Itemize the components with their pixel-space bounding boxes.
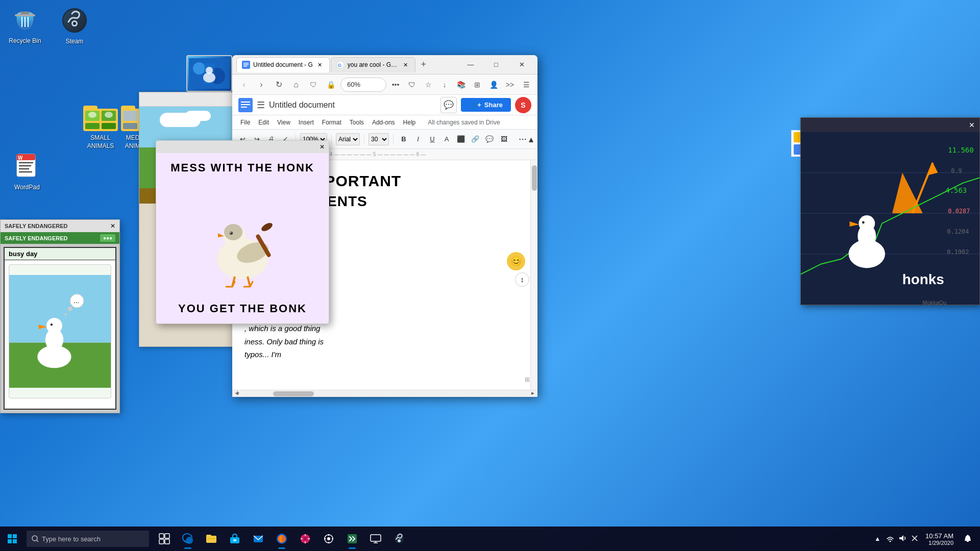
comic-title: SAFELY ENDANGERED bbox=[3, 223, 67, 229]
refresh-button[interactable]: ↻ bbox=[271, 77, 286, 92]
volume-icon[interactable] bbox=[898, 534, 907, 544]
svg-point-16 bbox=[88, 112, 96, 118]
font-family-select[interactable]: Arial bbox=[336, 133, 360, 145]
home-button[interactable]: ⌂ bbox=[288, 77, 304, 92]
recycle-bin-icon[interactable]: Recycle Bin bbox=[2, 2, 48, 47]
italic-btn[interactable]: I bbox=[412, 133, 424, 145]
honk-title: MESS WITH THE HONK bbox=[170, 161, 314, 174]
mail-button[interactable] bbox=[247, 528, 270, 550]
comic-close[interactable]: ✕ bbox=[108, 221, 117, 231]
tray-expand[interactable]: ▲ bbox=[872, 533, 883, 544]
link-btn[interactable]: 🔗 bbox=[469, 133, 481, 145]
layout-icon[interactable]: ⊞ bbox=[470, 78, 484, 92]
svg-point-86 bbox=[859, 215, 875, 232]
share-button[interactable]: 👤+ Share bbox=[461, 98, 511, 112]
bold-btn[interactable]: B bbox=[398, 133, 410, 145]
start-button[interactable] bbox=[0, 527, 24, 551]
docs-tab-close[interactable]: ✕ bbox=[316, 61, 324, 69]
minimize-button[interactable]: — bbox=[459, 57, 482, 73]
steam-label: Steam bbox=[66, 38, 84, 46]
google-tab-close[interactable]: ✕ bbox=[402, 61, 410, 69]
video-close[interactable]: ✕ bbox=[967, 120, 976, 130]
edge-icon bbox=[182, 533, 194, 545]
wordpad-label: WordPad bbox=[14, 184, 40, 192]
extensions-icon[interactable]: >> bbox=[503, 78, 517, 92]
menu-view[interactable]: View bbox=[273, 118, 295, 127]
honk-popup-titlebar: ✕ bbox=[156, 141, 329, 153]
menu-help[interactable]: Help bbox=[399, 118, 420, 127]
svg-point-66 bbox=[51, 323, 53, 325]
move-tool[interactable]: ✛ bbox=[234, 389, 240, 397]
scroll-arrow-right[interactable]: ► bbox=[528, 389, 537, 397]
clock-date: 1/29/2020 bbox=[925, 540, 953, 546]
volume-svg bbox=[898, 534, 907, 543]
menu-tools[interactable]: Tools bbox=[346, 118, 368, 127]
file-explorer-button[interactable] bbox=[200, 528, 223, 550]
task-view-button[interactable] bbox=[153, 528, 176, 550]
desktop-icon bbox=[370, 533, 381, 544]
svg-text:honks: honks bbox=[902, 271, 944, 287]
edge-button[interactable] bbox=[177, 528, 199, 550]
maximize-button[interactable]: □ bbox=[484, 57, 508, 73]
notification-button[interactable] bbox=[960, 531, 976, 547]
firefox-icon bbox=[276, 533, 288, 545]
google-tab[interactable]: G you are cool - Google S ✕ bbox=[331, 57, 415, 72]
library-icon[interactable]: 📚 bbox=[454, 78, 468, 92]
menu-addons[interactable]: Add-ons bbox=[368, 118, 399, 127]
account-icon[interactable]: 👤 bbox=[486, 78, 501, 92]
excel-icon bbox=[347, 533, 358, 544]
taskbar-search[interactable]: Type here to search bbox=[27, 531, 149, 547]
more-formats-btn[interactable]: ⋯ bbox=[519, 134, 527, 144]
highlight-btn[interactable]: ⬛ bbox=[455, 133, 467, 145]
steam-taskbar-icon bbox=[394, 533, 405, 544]
sidebar-toggle-btn[interactable]: ▴ bbox=[529, 134, 533, 145]
resize-handle[interactable]: ⊞ bbox=[523, 375, 531, 384]
power-icon[interactable] bbox=[910, 534, 919, 544]
taskbar-apps bbox=[153, 528, 410, 550]
firefox-button[interactable] bbox=[271, 528, 293, 550]
comments-icon[interactable]: 💬 bbox=[440, 97, 457, 113]
underline-btn[interactable]: U bbox=[426, 133, 438, 145]
menu-file[interactable]: File bbox=[236, 118, 254, 127]
horizontal-scrollbar[interactable]: ◄ ► ✛ bbox=[232, 390, 537, 397]
font-size-select[interactable]: 30 bbox=[369, 133, 389, 145]
honk-popup-close[interactable]: ✕ bbox=[317, 142, 327, 152]
menu-insert[interactable]: Insert bbox=[295, 118, 318, 127]
collaborator-avatar[interactable]: 😊 bbox=[507, 252, 525, 270]
close-button[interactable]: ✕ bbox=[510, 57, 533, 73]
clock[interactable]: 10:57 AM 1/29/2020 bbox=[921, 532, 958, 546]
wordpad-desktop-icon[interactable]: W WordPad bbox=[4, 148, 50, 194]
show-desktop-button[interactable] bbox=[364, 528, 387, 550]
svg-rect-44 bbox=[243, 66, 247, 67]
menu-icon[interactable]: ☰ bbox=[519, 78, 533, 92]
store-button[interactable] bbox=[224, 528, 246, 550]
menu-format[interactable]: Format bbox=[318, 118, 346, 127]
shield-icon[interactable]: 🛡 bbox=[405, 78, 419, 92]
image-btn[interactable]: 🖼 bbox=[498, 133, 510, 145]
comment-btn[interactable]: 💬 bbox=[483, 133, 496, 145]
network-icon[interactable] bbox=[886, 534, 895, 544]
forward-button[interactable]: › bbox=[254, 77, 269, 92]
bookmark-icon[interactable]: ☆ bbox=[421, 78, 435, 92]
lock-icon: 🔒 bbox=[323, 77, 338, 92]
video-editor-button[interactable] bbox=[294, 528, 316, 550]
user-avatar[interactable]: S bbox=[515, 97, 531, 113]
svg-point-65 bbox=[46, 318, 62, 334]
download-icon[interactable]: ↓ bbox=[437, 78, 452, 92]
windows-logo bbox=[7, 534, 17, 544]
excel-button[interactable] bbox=[341, 528, 363, 550]
font-color-btn[interactable]: A bbox=[440, 133, 453, 145]
back-button[interactable]: ‹ bbox=[236, 77, 252, 92]
settings-button[interactable] bbox=[317, 528, 340, 550]
address-bar[interactable]: 60% bbox=[340, 78, 386, 92]
steam-taskbar-button[interactable] bbox=[388, 528, 410, 550]
new-tab-button[interactable]: + bbox=[416, 58, 431, 72]
svg-rect-5 bbox=[15, 14, 35, 16]
steam-icon[interactable]: Steam bbox=[52, 2, 97, 48]
docs-tab[interactable]: Untitled document - G ✕ bbox=[236, 57, 330, 72]
menu-edit[interactable]: Edit bbox=[254, 118, 273, 127]
svg-rect-30 bbox=[19, 171, 32, 172]
docs-scrollbar[interactable] bbox=[530, 160, 537, 390]
more-tools-icon[interactable]: ••• bbox=[388, 78, 403, 92]
docs-title[interactable]: Untitled document bbox=[269, 101, 335, 110]
